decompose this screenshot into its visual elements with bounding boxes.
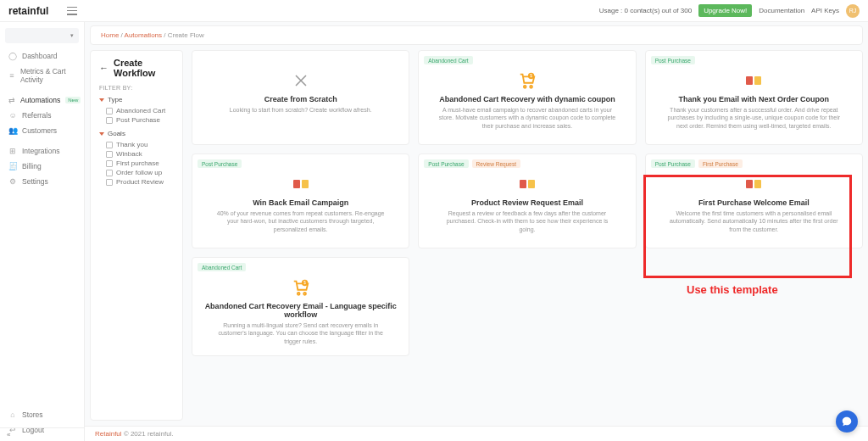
sidebar-item-dashboard[interactable]: ◯Dashboard — [0, 48, 84, 64]
sidebar-icon: ◯ — [8, 52, 17, 60]
card-title: Thank you Email with Next Order Coupon — [679, 95, 830, 103]
shopping-bags-icon — [518, 175, 537, 193]
template-card[interactable]: Post PurchaseReview RequestProduct Revie… — [418, 154, 636, 248]
filter-option[interactable]: Abandoned Cart — [99, 106, 174, 115]
template-card[interactable]: Abandoned Cart$Abandoned Cart Recovery E… — [192, 257, 409, 356]
sidebar-icon: ⚙ — [8, 177, 17, 186]
sidebar-item-stores[interactable]: ⌂Stores — [0, 407, 84, 422]
svg-point-1 — [530, 86, 532, 88]
sidebar-group-1: ◯Dashboard≡Metrics & Cart Activity — [0, 48, 84, 87]
crumb-home[interactable]: Home — [101, 31, 119, 39]
template-card[interactable]: Post PurchaseThank you Email with Next O… — [645, 50, 863, 145]
footer-brand[interactable]: Retainful — [95, 430, 122, 438]
filter-group-title[interactable]: Type — [99, 96, 174, 103]
topbar: retainful Usage : 0 contact(s) out of 30… — [0, 0, 868, 22]
sidebar-item-label: Settings — [22, 177, 48, 186]
card-description: Request a review or feedback a few days … — [438, 209, 616, 233]
card-title: Product Review Request Email — [471, 198, 583, 207]
shopping-bags-icon — [744, 175, 763, 193]
annotation-label: Use this template — [687, 283, 778, 296]
card-tag: Abandoned Cart — [424, 56, 472, 64]
template-card[interactable]: Abandoned Cart$Abandoned Cart Recovery w… — [418, 50, 636, 145]
sidebar-item-automations[interactable]: ⇄AutomationsNew — [0, 92, 84, 108]
card-description: Welcome the first time customers with a … — [665, 209, 843, 233]
triangle-icon — [99, 132, 104, 136]
svg-point-0 — [524, 86, 526, 88]
sidebar-item-label: Dashboard — [22, 52, 58, 60]
menu-toggle-icon[interactable] — [67, 7, 77, 15]
card-tag: First Purchase — [698, 159, 743, 168]
api-keys-link[interactable]: API Keys — [811, 7, 839, 14]
triangle-icon — [99, 98, 104, 102]
upgrade-button[interactable]: Upgrade Now! — [698, 4, 752, 17]
card-tag: Post Purchase — [198, 159, 242, 168]
crumb-automations[interactable]: Automations — [125, 31, 162, 39]
card-title: Abandoned Cart Recovery Email - Language… — [203, 302, 398, 319]
sidebar-icon: 🧾 — [8, 162, 17, 170]
sidebar-item-referrals[interactable]: ☺Referrals — [0, 108, 84, 123]
shopping-bags-icon — [744, 71, 763, 90]
card-tag: Post Purchase — [424, 159, 468, 168]
card-description: 40% of your revenue comes from repeat cu… — [212, 209, 390, 233]
card-tag: Post Purchase — [651, 159, 695, 168]
avatar[interactable]: RJ — [846, 4, 860, 18]
card-description: A must-have email campaign to recover ab… — [438, 106, 616, 130]
checkbox-icon — [106, 117, 113, 124]
footer: Retainful © 2021 retainful. — [85, 426, 868, 441]
sidebar-item-label: Stores — [22, 410, 43, 419]
filter-option[interactable]: Thank you — [99, 140, 174, 149]
card-title: Create from Scratch — [264, 95, 337, 103]
chat-icon[interactable] — [836, 410, 858, 433]
cart-icon: $ — [518, 71, 537, 90]
sidebar-icon: ⊞ — [8, 147, 17, 155]
sidebar-item-integrations[interactable]: ⊞Integrations — [0, 143, 84, 159]
checkbox-icon — [106, 160, 113, 167]
sidebar-item-label: Integrations — [22, 147, 59, 155]
back-arrow-icon[interactable]: ← — [99, 63, 108, 73]
sidebar-icon: 👥 — [8, 126, 17, 135]
sidebar-group-3: ⊞Integrations🧾Billing⚙Settings — [0, 143, 84, 189]
checkbox-icon — [106, 142, 113, 148]
sidebar-icon: ≡ — [8, 71, 15, 80]
brand-logo[interactable]: retainful — [8, 5, 48, 17]
filter-group-title[interactable]: Goals — [99, 130, 174, 137]
filters-heading: FILTER BY: — [99, 85, 174, 91]
documentation-link[interactable]: Documentation — [759, 7, 804, 14]
card-title: Win Back Email Campaign — [253, 198, 348, 207]
sidebar: ▾ ◯Dashboard≡Metrics & Cart Activity ⇄Au… — [0, 22, 85, 441]
sidebar-item-label: Metrics & Cart Activity — [20, 67, 75, 84]
sidebar-item-metrics-cart-activity[interactable]: ≡Metrics & Cart Activity — [0, 64, 84, 87]
new-badge: New — [65, 97, 81, 103]
breadcrumb: Home / Automations / Create Flow — [90, 25, 863, 45]
card-description: Running a multi-lingual store? Send cart… — [212, 321, 390, 345]
sidebar-item-settings[interactable]: ⚙Settings — [0, 174, 84, 189]
filters-panel: ← Create Workflow FILTER BY: TypeAbandon… — [90, 50, 183, 421]
footer-text: © 2021 retainful. — [122, 430, 174, 438]
card-description: Thank your customers after a successful … — [665, 106, 843, 130]
filter-option[interactable]: Product Review — [99, 177, 174, 187]
sidebar-item-label: Referrals — [22, 111, 51, 120]
filter-option[interactable]: Post Purchase — [99, 115, 174, 125]
template-grid: Create from ScratchLooking to start from… — [192, 50, 863, 356]
workspace-selector[interactable]: ▾ — [5, 28, 79, 43]
usage-text: Usage : 0 contact(s) out of 300 — [599, 7, 692, 14]
checkbox-icon — [106, 179, 113, 186]
template-card[interactable]: Create from ScratchLooking to start from… — [192, 50, 409, 145]
sidebar-item-label: Automations — [20, 96, 60, 104]
cart-icon: $ — [292, 278, 310, 297]
sidebar-collapse[interactable]: « — [0, 427, 84, 441]
sidebar-icon: ⇄ — [8, 96, 15, 104]
filter-option[interactable]: Order follow up — [99, 168, 174, 177]
filter-option[interactable]: First purchase — [99, 159, 174, 168]
filter-option[interactable]: Winback — [99, 149, 174, 159]
card-tag: Post Purchase — [651, 56, 695, 64]
sidebar-item-label: Customers — [22, 126, 57, 135]
page-title: Create Workflow — [114, 58, 174, 78]
sidebar-item-billing[interactable]: 🧾Billing — [0, 159, 84, 174]
sidebar-item-customers[interactable]: 👥Customers — [0, 123, 84, 138]
sidebar-icon: ☺ — [8, 111, 17, 120]
template-card[interactable]: Post PurchaseWin Back Email Campaign40% … — [192, 154, 409, 248]
template-card[interactable]: Post PurchaseFirst PurchaseFirst Purchas… — [645, 154, 863, 248]
sidebar-group-2: ⇄AutomationsNew☺Referrals👥Customers — [0, 92, 84, 138]
card-tag: Review Request — [472, 159, 520, 168]
